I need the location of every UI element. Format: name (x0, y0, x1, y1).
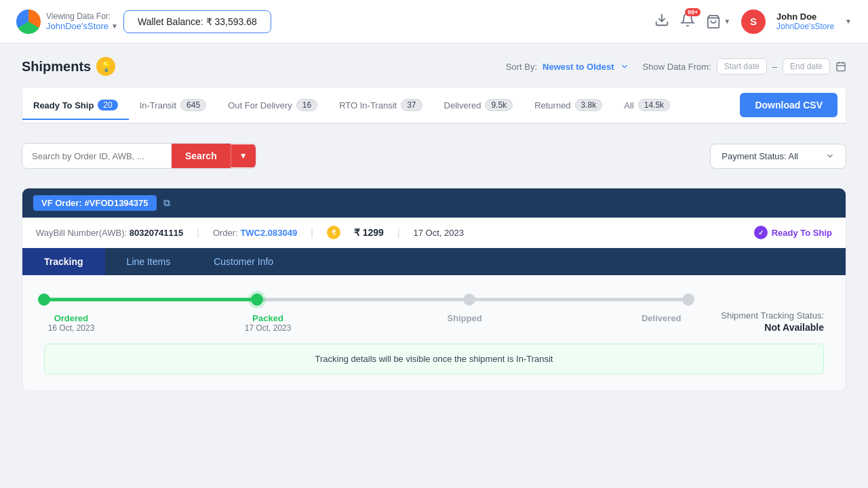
tab-ready-to-ship[interactable]: Ready To Ship 20 (22, 92, 129, 120)
user-avatar: S (741, 9, 766, 34)
order-label: Order: (213, 228, 238, 238)
order-info: Order: TWC2.083049 (213, 228, 297, 238)
inner-tab-tracking[interactable]: Tracking (22, 248, 105, 275)
inner-tab-tracking-label: Tracking (44, 256, 83, 267)
tab-rto-count: 37 (401, 99, 422, 111)
order-status-label: Ready To Ship (772, 228, 832, 238)
order-date: 17 Oct, 2023 (414, 228, 464, 238)
inner-tab-customer-info-label: Customer Info (214, 256, 273, 267)
tabs-container: Ready To Ship 20 In-Transit 645 Out For … (22, 87, 846, 124)
tab-out-count: 16 (296, 99, 317, 111)
payment-status-filter[interactable]: Payment Status: All (710, 144, 846, 169)
step-delivered: Delivered (634, 313, 688, 333)
tab-out-label: Out For Delivery (228, 100, 292, 110)
tracking-status-box: Shipment Tracking Status: Not Available (721, 310, 824, 333)
step-ordered-date: 16 Oct, 2023 (44, 323, 98, 333)
start-date-input[interactable]: Start date (717, 58, 767, 75)
step-ordered-label: Ordered (44, 313, 98, 323)
waybill-label: WayBill Number(AWB): (36, 228, 127, 238)
tracking-progress-row: Ordered 16 Oct, 2023 Packed 17 Oct, 2023… (44, 291, 824, 333)
progress-track-wrap: Ordered 16 Oct, 2023 Packed 17 Oct, 2023… (44, 291, 688, 333)
step-dot-ordered (38, 293, 50, 306)
tab-delivered-count: 9.5k (485, 99, 513, 111)
search-input-wrap: Search ▼ (22, 143, 256, 169)
store-logo-icon (16, 9, 41, 34)
inner-tab-line-items-label: Line Items (127, 256, 171, 267)
notifications-icon[interactable]: 99+ (680, 12, 695, 30)
step-dot-packed (251, 293, 263, 306)
step-shipped: Shipped (437, 313, 492, 333)
copy-icon[interactable]: ⧉ (163, 197, 170, 209)
tracking-content: Ordered 16 Oct, 2023 Packed 17 Oct, 2023… (22, 275, 846, 390)
tab-out-for-delivery[interactable]: Out For Delivery 16 (217, 91, 328, 121)
sort-label: Sort By: (506, 62, 537, 72)
bag-icon[interactable]: ▼ (706, 14, 730, 29)
page-title-text: Shipments (22, 59, 91, 75)
user-name: John Doe (776, 12, 834, 22)
order-card: VF Order: #VFOD1394375 ⧉ WayBill Number(… (22, 188, 846, 391)
progress-bar-row (44, 291, 688, 308)
store-name[interactable]: JohnDoe'sStore (46, 21, 108, 31)
search-input[interactable] (22, 144, 172, 168)
order-details-row: WayBill Number(AWB): 80320741115 | Order… (22, 218, 846, 248)
step-ordered: Ordered 16 Oct, 2023 (44, 313, 98, 333)
inner-tabs: Tracking Line Items Customer Info (22, 248, 846, 275)
coin-icon: ₹ (327, 226, 340, 239)
user-info: John Doe JohnDoe'sStore (776, 12, 834, 31)
tracking-status-value: Not Available (721, 322, 824, 333)
waybill-info: WayBill Number(AWB): 80320741115 (36, 228, 183, 238)
header: Viewing Data For: JohnDoe'sStore ▼ Walle… (0, 0, 868, 43)
notification-count: 99+ (685, 8, 701, 16)
download-icon[interactable] (654, 12, 669, 30)
wallet-balance: Wallet Balance: ₹ 33,593.68 (123, 10, 271, 33)
calendar-icon[interactable] (835, 61, 846, 72)
inner-tab-customer-info[interactable]: Customer Info (192, 248, 295, 275)
tab-delivered[interactable]: Delivered 9.5k (433, 91, 524, 121)
sort-row: Sort By: Newest to Oldest Show Data From… (506, 58, 846, 75)
tab-delivered-label: Delivered (444, 100, 481, 110)
waybill-number: 80320741115 (130, 228, 184, 238)
tab-rto-in-transit[interactable]: RTO In-Transit 37 (328, 91, 433, 121)
tab-in-transit[interactable]: In-Transit 645 (129, 91, 217, 121)
tab-returned[interactable]: Returned 3.8k (524, 91, 613, 121)
download-csv-button[interactable]: Download CSV (740, 93, 837, 117)
search-row: Search ▼ Payment Status: All (22, 135, 846, 177)
page-content: Shipments 💡 Sort By: Newest to Oldest Sh… (0, 43, 868, 415)
tracking-notice: Tracking details will be visible once th… (44, 344, 824, 374)
order-id-link[interactable]: TWC2.083049 (240, 228, 297, 238)
tab-in-transit-count: 645 (180, 99, 206, 111)
status-check-icon: ✓ (754, 226, 768, 239)
sort-value[interactable]: Newest to Oldest (542, 62, 614, 72)
payment-filter-label: Payment Status: All (722, 151, 798, 161)
order-card-header: VF Order: #VFOD1394375 ⧉ (22, 188, 846, 218)
tab-all[interactable]: All 14.5k (613, 91, 681, 121)
page-title-group: Shipments 💡 (22, 57, 115, 76)
tab-returned-count: 3.8k (575, 99, 603, 111)
step-delivered-label: Delivered (634, 313, 688, 323)
page-title-row: Shipments 💡 Sort By: Newest to Oldest Sh… (22, 57, 846, 76)
svg-rect-2 (837, 63, 845, 71)
tab-all-count: 14.5k (638, 99, 670, 111)
end-date-input[interactable]: End date (783, 58, 830, 75)
separator-3: | (397, 227, 400, 238)
header-right: 99+ ▼ S John Doe JohnDoe'sStore ▼ (654, 9, 852, 34)
tabs-row: Ready To Ship 20 In-Transit 645 Out For … (22, 87, 846, 124)
step-packed: Packed 17 Oct, 2023 (241, 313, 295, 333)
bag-dropdown-icon[interactable]: ▼ (724, 18, 730, 25)
track-filled (44, 298, 257, 302)
search-dropdown-button[interactable]: ▼ (231, 144, 256, 167)
bulb-icon[interactable]: 💡 (96, 57, 115, 76)
tab-in-transit-label: In-Transit (140, 100, 176, 110)
tab-all-label: All (624, 100, 633, 110)
search-button[interactable]: Search (172, 144, 231, 168)
user-dropdown-icon[interactable]: ▼ (845, 18, 852, 25)
order-status-badge: ✓ Ready To Ship (754, 226, 832, 239)
sort-chevron-icon[interactable] (620, 62, 629, 71)
user-store[interactable]: JohnDoe'sStore (776, 22, 834, 31)
viewing-info: Viewing Data For: JohnDoe'sStore ▼ (46, 12, 118, 31)
store-dropdown-icon[interactable]: ▼ (111, 22, 118, 30)
show-data-label: Show Data From: (643, 62, 711, 72)
step-labels-row: Ordered 16 Oct, 2023 Packed 17 Oct, 2023… (44, 313, 688, 333)
step-shipped-label: Shipped (437, 313, 492, 323)
inner-tab-line-items[interactable]: Line Items (105, 248, 193, 275)
